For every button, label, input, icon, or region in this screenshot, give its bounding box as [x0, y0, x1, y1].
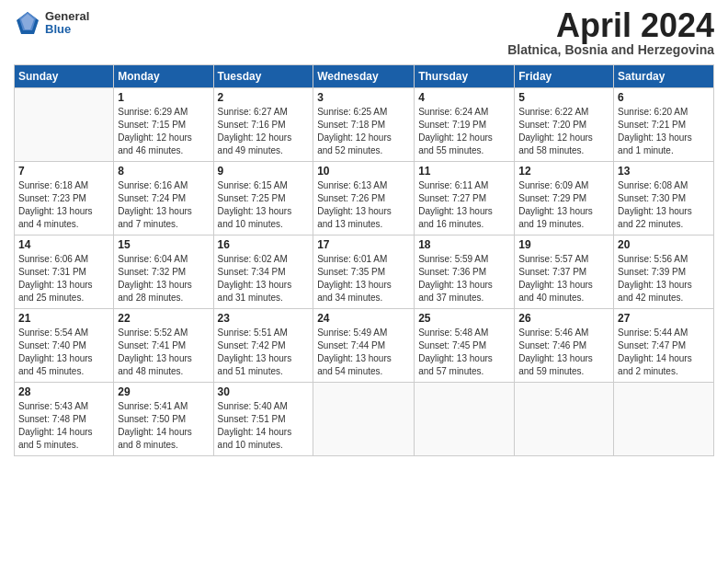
day-info: Sunrise: 5:49 AMSunset: 7:44 PMDaylight:…	[317, 327, 410, 378]
day-number: 12	[518, 165, 609, 178]
day-number: 1	[118, 91, 209, 104]
calendar-day: 7Sunrise: 6:18 AMSunset: 7:23 PMDaylight…	[15, 162, 114, 236]
logo: General Blue	[14, 9, 89, 37]
day-number: 13	[618, 165, 710, 178]
calendar-day: 10Sunrise: 6:13 AMSunset: 7:26 PMDayligh…	[313, 162, 415, 236]
calendar-week-2: 7Sunrise: 6:18 AMSunset: 7:23 PMDaylight…	[15, 162, 714, 236]
calendar-day: 17Sunrise: 6:01 AMSunset: 7:35 PMDayligh…	[313, 236, 415, 309]
month-title: April 2024	[507, 9, 714, 42]
day-number: 9	[218, 165, 310, 178]
day-number: 10	[317, 165, 410, 178]
day-info: Sunrise: 6:15 AMSunset: 7:25 PMDaylight:…	[218, 179, 310, 231]
calendar-day: 12Sunrise: 6:09 AMSunset: 7:29 PMDayligh…	[515, 162, 614, 236]
day-info: Sunrise: 6:29 AMSunset: 7:15 PMDaylight:…	[118, 106, 209, 157]
col-thursday: Thursday	[415, 65, 515, 88]
calendar-day: 14Sunrise: 6:06 AMSunset: 7:31 PMDayligh…	[15, 236, 114, 309]
day-info: Sunrise: 6:02 AMSunset: 7:34 PMDaylight:…	[218, 253, 310, 304]
day-info: Sunrise: 6:22 AMSunset: 7:20 PMDaylight:…	[518, 106, 609, 157]
calendar-day: 27Sunrise: 5:44 AMSunset: 7:47 PMDayligh…	[614, 309, 714, 383]
logo-general-text: General	[45, 10, 89, 23]
day-info: Sunrise: 5:56 AMSunset: 7:39 PMDaylight:…	[618, 253, 710, 304]
day-number: 27	[618, 312, 710, 325]
day-number: 11	[418, 165, 510, 178]
calendar-day: 20Sunrise: 5:56 AMSunset: 7:39 PMDayligh…	[614, 236, 714, 309]
day-info: Sunrise: 5:43 AMSunset: 7:48 PMDaylight:…	[18, 400, 109, 452]
calendar-day: 18Sunrise: 5:59 AMSunset: 7:36 PMDayligh…	[415, 236, 515, 309]
day-info: Sunrise: 6:09 AMSunset: 7:29 PMDaylight:…	[518, 179, 609, 231]
day-info: Sunrise: 6:13 AMSunset: 7:26 PMDaylight:…	[317, 179, 410, 231]
col-sunday: Sunday	[15, 65, 114, 88]
calendar-day: 4Sunrise: 6:24 AMSunset: 7:19 PMDaylight…	[415, 88, 515, 162]
calendar-day: 23Sunrise: 5:51 AMSunset: 7:42 PMDayligh…	[213, 309, 313, 383]
day-info: Sunrise: 5:51 AMSunset: 7:42 PMDaylight:…	[218, 327, 310, 378]
day-number: 14	[18, 238, 109, 251]
day-number: 23	[218, 312, 310, 325]
calendar-day: 5Sunrise: 6:22 AMSunset: 7:20 PMDaylight…	[515, 88, 614, 162]
calendar-day: 22Sunrise: 5:52 AMSunset: 7:41 PMDayligh…	[114, 309, 213, 383]
location: Blatnica, Bosnia and Herzegovina	[507, 42, 714, 57]
calendar-day: 25Sunrise: 5:48 AMSunset: 7:45 PMDayligh…	[415, 309, 515, 383]
day-info: Sunrise: 5:57 AMSunset: 7:37 PMDaylight:…	[518, 253, 609, 304]
calendar-day: 11Sunrise: 6:11 AMSunset: 7:27 PMDayligh…	[415, 162, 515, 236]
calendar-week-4: 21Sunrise: 5:54 AMSunset: 7:40 PMDayligh…	[15, 309, 714, 383]
day-number: 8	[118, 165, 209, 178]
day-number: 15	[118, 238, 209, 251]
calendar-day	[415, 383, 515, 456]
page: General Blue April 2024 Blatnica, Bosnia…	[0, 0, 728, 563]
day-info: Sunrise: 5:59 AMSunset: 7:36 PMDaylight:…	[418, 253, 510, 304]
calendar-day: 2Sunrise: 6:27 AMSunset: 7:16 PMDaylight…	[213, 88, 313, 162]
calendar-day: 13Sunrise: 6:08 AMSunset: 7:30 PMDayligh…	[614, 162, 714, 236]
day-info: Sunrise: 6:16 AMSunset: 7:24 PMDaylight:…	[118, 179, 209, 231]
calendar-day: 29Sunrise: 5:41 AMSunset: 7:50 PMDayligh…	[114, 383, 213, 456]
col-monday: Monday	[114, 65, 213, 88]
day-number: 16	[218, 238, 310, 251]
calendar-week-1: 1Sunrise: 6:29 AMSunset: 7:15 PMDaylight…	[15, 88, 714, 162]
day-info: Sunrise: 6:06 AMSunset: 7:31 PMDaylight:…	[18, 253, 109, 304]
day-info: Sunrise: 6:11 AMSunset: 7:27 PMDaylight:…	[418, 179, 510, 231]
calendar-day	[614, 383, 714, 456]
col-saturday: Saturday	[614, 65, 714, 88]
calendar-day	[15, 88, 114, 162]
day-number: 22	[118, 312, 209, 325]
day-info: Sunrise: 5:46 AMSunset: 7:46 PMDaylight:…	[518, 327, 609, 378]
logo-text: General Blue	[45, 10, 89, 37]
day-info: Sunrise: 6:08 AMSunset: 7:30 PMDaylight:…	[618, 179, 710, 231]
col-wednesday: Wednesday	[313, 65, 415, 88]
calendar-day: 8Sunrise: 6:16 AMSunset: 7:24 PMDaylight…	[114, 162, 213, 236]
day-info: Sunrise: 6:27 AMSunset: 7:16 PMDaylight:…	[218, 106, 310, 157]
calendar-day: 3Sunrise: 6:25 AMSunset: 7:18 PMDaylight…	[313, 88, 415, 162]
calendar-day: 15Sunrise: 6:04 AMSunset: 7:32 PMDayligh…	[114, 236, 213, 309]
calendar-day: 28Sunrise: 5:43 AMSunset: 7:48 PMDayligh…	[15, 383, 114, 456]
calendar-day: 9Sunrise: 6:15 AMSunset: 7:25 PMDaylight…	[213, 162, 313, 236]
day-info: Sunrise: 5:48 AMSunset: 7:45 PMDaylight:…	[418, 327, 510, 378]
calendar-header-row: Sunday Monday Tuesday Wednesday Thursday…	[15, 65, 714, 88]
day-number: 17	[317, 238, 410, 251]
col-tuesday: Tuesday	[213, 65, 313, 88]
day-number: 21	[18, 312, 109, 325]
day-number: 18	[418, 238, 510, 251]
day-info: Sunrise: 6:24 AMSunset: 7:19 PMDaylight:…	[418, 106, 510, 157]
day-info: Sunrise: 6:18 AMSunset: 7:23 PMDaylight:…	[18, 179, 109, 231]
day-info: Sunrise: 5:40 AMSunset: 7:51 PMDaylight:…	[218, 400, 310, 452]
day-number: 19	[518, 238, 609, 251]
day-info: Sunrise: 5:54 AMSunset: 7:40 PMDaylight:…	[18, 327, 109, 378]
day-number: 20	[618, 238, 710, 251]
calendar-day: 16Sunrise: 6:02 AMSunset: 7:34 PMDayligh…	[213, 236, 313, 309]
calendar-day: 1Sunrise: 6:29 AMSunset: 7:15 PMDaylight…	[114, 88, 213, 162]
day-info: Sunrise: 6:25 AMSunset: 7:18 PMDaylight:…	[317, 106, 410, 157]
day-number: 2	[218, 91, 310, 104]
calendar-day: 26Sunrise: 5:46 AMSunset: 7:46 PMDayligh…	[515, 309, 614, 383]
day-number: 5	[518, 91, 609, 104]
calendar-week-5: 28Sunrise: 5:43 AMSunset: 7:48 PMDayligh…	[15, 383, 714, 456]
day-number: 3	[317, 91, 410, 104]
day-info: Sunrise: 5:41 AMSunset: 7:50 PMDaylight:…	[118, 400, 209, 452]
header: General Blue April 2024 Blatnica, Bosnia…	[14, 9, 714, 57]
day-number: 29	[118, 385, 209, 398]
day-info: Sunrise: 6:04 AMSunset: 7:32 PMDaylight:…	[118, 253, 209, 304]
day-number: 28	[18, 385, 109, 398]
day-number: 4	[418, 91, 510, 104]
day-number: 30	[218, 385, 310, 398]
logo-icon	[14, 9, 41, 37]
calendar-day	[313, 383, 415, 456]
col-friday: Friday	[515, 65, 614, 88]
